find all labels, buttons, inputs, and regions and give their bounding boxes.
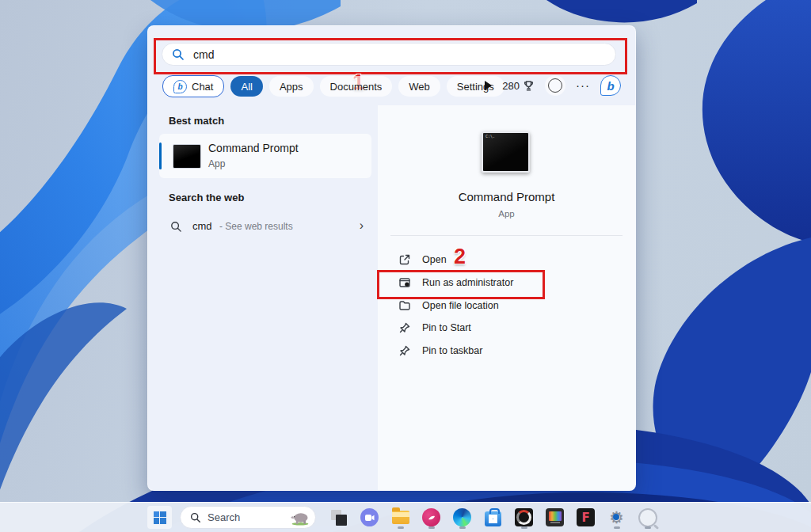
action-run-as-administrator[interactable]: Run as administrator <box>378 272 624 294</box>
search-input[interactable] <box>192 48 575 62</box>
bing-chat-button[interactable]: b <box>600 75 621 96</box>
trophy-icon <box>523 80 535 92</box>
pink-circle-app-icon[interactable] <box>421 506 441 529</box>
taskbar-app-icons: F ⚙ <box>329 506 657 529</box>
start-button[interactable] <box>147 506 172 529</box>
rewards-badge[interactable]: 280 <box>502 80 535 92</box>
web-result-query: cmd <box>192 220 212 232</box>
filter-web[interactable]: Web <box>398 76 440 97</box>
divider <box>390 235 623 236</box>
rhino-image-icon <box>290 510 310 526</box>
chevron-right-icon[interactable]: › <box>360 218 364 233</box>
action-open-label: Open <box>422 254 447 265</box>
windows-logo-icon <box>154 511 166 524</box>
command-prompt-large-icon: C:\. <box>482 131 530 173</box>
best-match-subtitle: App <box>208 158 225 169</box>
action-pin-to-start[interactable]: Pin to Start <box>378 317 624 339</box>
taskbar-search-box[interactable]: Search <box>180 506 316 529</box>
best-match-header: Best match <box>169 115 224 127</box>
web-result-suffix: - See web results <box>219 221 293 232</box>
admin-window-icon <box>398 276 411 289</box>
search-header-right: 280 ··· b <box>485 75 621 96</box>
terminal-prompt-text: C:\. <box>485 134 495 139</box>
desktop: 1 b Chat All Apps Documents Web Settings… <box>0 0 811 532</box>
action-pin-to-start-label: Pin to Start <box>422 322 471 333</box>
preview-subtitle: App <box>378 209 635 218</box>
loupe-utility-app-icon[interactable] <box>638 506 657 529</box>
action-run-admin-label: Run as administrator <box>422 277 513 288</box>
search-field[interactable] <box>162 43 616 66</box>
microsoft-edge-icon[interactable] <box>452 506 472 529</box>
best-match-title: Command Prompt <box>208 142 299 154</box>
fotor-app-icon[interactable]: F <box>576 506 596 529</box>
result-preview-pane: C:\. Command Prompt App Open Run as admi… <box>378 105 635 490</box>
window-stack-app-icon[interactable] <box>329 506 348 529</box>
filter-chat[interactable]: b Chat <box>162 75 224 97</box>
best-match-result[interactable]: Command Prompt App <box>159 134 371 178</box>
settings-gear-icon[interactable]: ⚙ <box>607 506 626 529</box>
bing-icon: b <box>607 80 614 92</box>
taskbar: Search <box>0 502 811 532</box>
selection-accent-bar <box>159 142 162 169</box>
search-icon <box>172 48 185 61</box>
action-open[interactable]: Open <box>378 249 624 271</box>
filter-documents[interactable]: Documents <box>320 76 393 97</box>
teams-chat-icon[interactable] <box>360 506 379 529</box>
search-flyout: 1 b Chat All Apps Documents Web Settings… <box>147 25 636 491</box>
camera-ring-app-icon[interactable] <box>514 506 534 529</box>
more-filters-icon[interactable] <box>485 81 492 90</box>
web-result-row[interactable]: cmd - See web results › <box>159 213 371 241</box>
microsoft-store-icon[interactable] <box>483 506 503 529</box>
taskbar-search-label: Search <box>208 511 284 523</box>
action-pin-to-taskbar-label: Pin to taskbar <box>422 345 482 356</box>
search-icon <box>190 512 201 523</box>
filter-chat-label: Chat <box>192 81 213 93</box>
search-icon <box>170 221 182 233</box>
more-options-icon[interactable]: ··· <box>576 82 590 89</box>
action-open-file-location[interactable]: Open file location <box>378 294 624 317</box>
account-avatar[interactable] <box>545 75 565 96</box>
pin-icon <box>398 344 411 357</box>
pin-icon <box>398 321 411 334</box>
avatar-ring-icon <box>548 78 562 93</box>
folder-icon <box>398 299 411 312</box>
display-capture-app-icon[interactable] <box>545 506 565 529</box>
search-filter-row: b Chat All Apps Documents Web Settings <box>162 75 504 97</box>
open-external-icon <box>398 253 411 266</box>
search-web-header: Search the web <box>169 192 244 203</box>
command-prompt-icon <box>173 144 201 169</box>
rewards-points: 280 <box>502 80 520 92</box>
filter-all[interactable]: All <box>230 76 262 97</box>
action-pin-to-taskbar[interactable]: Pin to taskbar <box>378 340 624 362</box>
filter-apps[interactable]: Apps <box>269 76 314 97</box>
bing-chat-icon: b <box>173 80 187 93</box>
action-open-file-location-label: Open file location <box>422 300 499 311</box>
preview-title: Command Prompt <box>378 190 635 203</box>
file-explorer-icon[interactable] <box>390 506 410 529</box>
